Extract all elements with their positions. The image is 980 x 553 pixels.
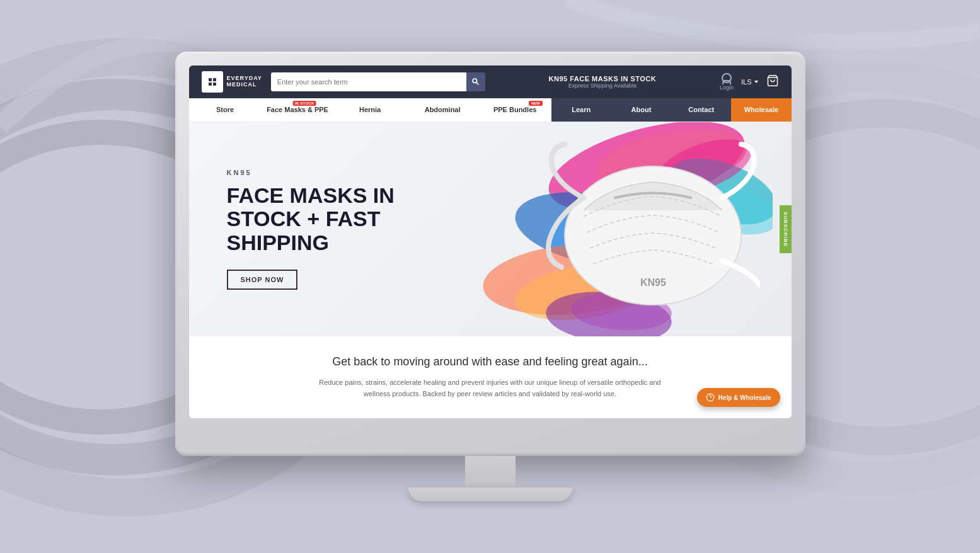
monitor-base <box>408 487 572 501</box>
subscribe-label: SUBSCRIBE <box>783 212 788 247</box>
kn95-mask-illustration: KN95 <box>546 135 760 324</box>
nav-item-learn[interactable]: Learn <box>551 98 611 122</box>
user-icon <box>722 73 732 83</box>
hero-headline-line1: FACE MASKS IN <box>227 183 395 207</box>
search-bar <box>271 72 485 91</box>
search-icon <box>471 77 480 86</box>
brand-name-line2: MEDICAL <box>227 82 262 88</box>
logo-dot <box>213 83 216 86</box>
nav-item-abdominal[interactable]: Abdominal <box>406 98 479 122</box>
logo-dot <box>213 78 216 81</box>
login-area[interactable]: Login <box>720 73 734 91</box>
monitor-bezel: EVERYDAY MEDICAL KN95 <box>175 52 805 456</box>
header-promo: KN95 FACE MASKS IN STOCK Express Shippin… <box>494 75 711 89</box>
svg-text:KN95: KN95 <box>640 277 666 288</box>
header-right: Login ILS <box>720 73 779 91</box>
hero-eyebrow: KN95 <box>227 169 479 176</box>
monitor-screen: EVERYDAY MEDICAL KN95 <box>189 66 792 418</box>
nav-item-store[interactable]: Store <box>189 98 262 122</box>
hero-content: KN95 FACE MASKS IN STOCK + FAST SHIPPING… <box>189 144 517 315</box>
badge-instock: IN STOCK <box>293 101 316 106</box>
hero-image-area: KN95 <box>470 122 792 336</box>
nav-item-wholesale[interactable]: Wholesale <box>731 98 791 122</box>
subscribe-tab[interactable]: SUBSCRIBE <box>780 205 792 253</box>
nav-item-about[interactable]: About <box>611 98 671 122</box>
help-wholesale-button[interactable]: Help & Wholesale <box>697 388 780 407</box>
lang-label: ILS <box>741 78 752 86</box>
hero-section: KN95 FACE MASKS IN STOCK + FAST SHIPPING… <box>189 122 792 336</box>
search-button[interactable] <box>466 72 485 91</box>
svg-line-6 <box>476 83 478 85</box>
site-header: EVERYDAY MEDICAL KN95 <box>189 66 792 98</box>
language-selector[interactable]: ILS <box>741 78 759 86</box>
nav-item-facemasks[interactable]: IN STOCK Face Masks & PPE <box>262 98 334 122</box>
hero-headline-line2: STOCK + FAST SHIPPING <box>227 207 381 254</box>
monitor-wrapper: EVERYDAY MEDICAL KN95 <box>175 52 805 501</box>
info-headline: Get back to moving around with ease and … <box>227 355 754 368</box>
badge-new: NEW <box>529 101 543 106</box>
login-label: Login <box>720 84 734 91</box>
promo-subtitle: Express Shipping Available <box>494 83 711 89</box>
hero-headline: FACE MASKS IN STOCK + FAST SHIPPING <box>227 184 479 254</box>
help-button-label: Help & Wholesale <box>718 394 771 401</box>
chevron-down-icon <box>754 79 759 84</box>
site-navigation: Store IN STOCK Face Masks & PPE Hernia A… <box>189 98 792 122</box>
nav-item-contact[interactable]: Contact <box>671 98 731 122</box>
logo-area[interactable]: EVERYDAY MEDICAL <box>202 71 262 93</box>
search-input[interactable] <box>271 72 466 91</box>
logo-dot <box>209 83 212 86</box>
logo-icon <box>202 71 223 93</box>
cart-button[interactable] <box>766 74 779 89</box>
shop-now-button[interactable]: SHOP NOW <box>227 270 298 290</box>
help-circle-icon <box>706 393 715 402</box>
monitor-neck <box>465 456 516 487</box>
svg-point-5 <box>473 79 477 83</box>
nav-item-ppebundles[interactable]: PPE Bundles NEW <box>479 98 551 122</box>
cart-icon <box>766 74 779 87</box>
info-section: Get back to moving around with ease and … <box>189 336 792 418</box>
brand-name-block: EVERYDAY MEDICAL <box>227 76 262 88</box>
nav-item-hernia[interactable]: Hernia <box>334 98 406 122</box>
logo-dot <box>209 78 212 81</box>
info-description: Reduce pains, strains, accelerate healin… <box>308 377 673 399</box>
promo-title: KN95 FACE MASKS IN STOCK <box>494 75 711 83</box>
